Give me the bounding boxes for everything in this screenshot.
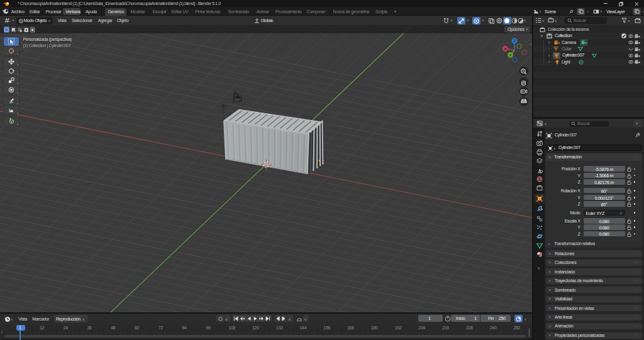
svg-text:Z: Z — [513, 39, 516, 43]
svg-text:X: X — [504, 47, 506, 51]
svg-text:Y: Y — [509, 53, 511, 57]
